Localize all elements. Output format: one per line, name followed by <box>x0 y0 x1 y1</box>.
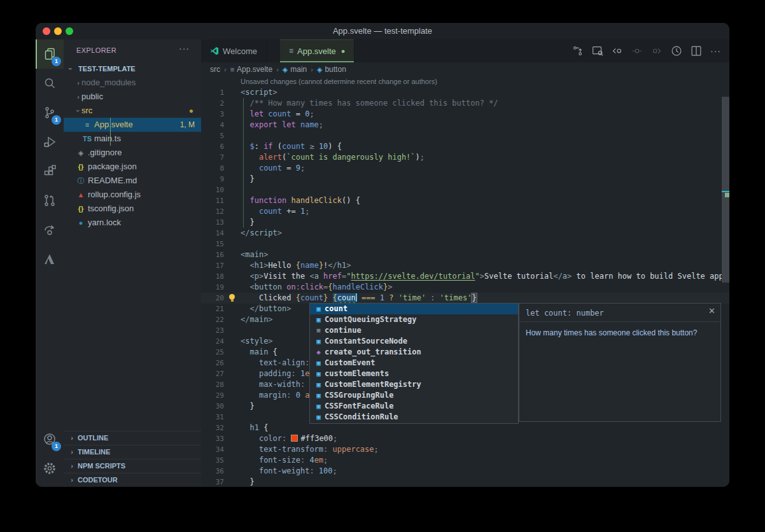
settings-gear-icon[interactable] <box>36 454 64 483</box>
editor-actions: ··· <box>568 39 726 62</box>
symbol-keyword-icon: ≡ <box>312 325 325 336</box>
tree-item-rollup-config-js[interactable]: ▲rollup.config.js <box>64 188 201 202</box>
suggest-documentation: How many times has someone clicked this … <box>519 322 720 344</box>
suggest-item-CSSFontFaceRule[interactable]: ▣CSSFontFaceRule <box>310 401 518 412</box>
code-line-33[interactable]: 33 color: #ff3e00; <box>201 433 729 444</box>
split-editor-icon[interactable] <box>686 43 706 59</box>
code-line-32[interactable]: 32 h1 { <box>201 423 729 433</box>
sidebar-more-actions-icon[interactable]: ··· <box>179 43 190 53</box>
tree-item-package-json[interactable]: {}package.json <box>64 160 201 174</box>
suggest-item-CSSGroupingRule[interactable]: ▣CSSGroupingRule <box>310 390 518 401</box>
tree-item--gitignore[interactable]: ◈.gitignore <box>64 146 201 160</box>
window-title: App.svelte — test-template <box>36 26 729 36</box>
code-line-34[interactable]: 34 text-transform: uppercase; <box>201 444 729 455</box>
code-line-17[interactable]: 17 <h1>Hello {name}!</h1> <box>201 260 729 271</box>
more-actions-icon[interactable]: ··· <box>706 43 726 59</box>
breadcrumb-main[interactable]: ◈main <box>283 65 307 74</box>
symbol-variable-icon: ▣ <box>312 336 325 347</box>
section-outline[interactable]: ›OUTLINE <box>64 431 201 445</box>
code-line-8[interactable]: 8 count = 9; <box>201 163 729 174</box>
gutter-next-icon[interactable] <box>647 43 666 59</box>
close-icon[interactable]: ✕ <box>708 306 715 316</box>
rollup-file-icon: ▲ <box>75 188 87 202</box>
code-line-2[interactable]: 2 /** How many times has someone clicked… <box>201 98 729 109</box>
account-icon[interactable]: 1 <box>36 424 64 454</box>
tree-item-yarn-lock[interactable]: ●yarn.lock <box>64 216 201 230</box>
suggest-item-count[interactable]: ▣count <box>310 304 518 314</box>
code-line-5[interactable]: 5 <box>201 130 729 141</box>
section-timeline[interactable]: ›TIMELINE <box>64 445 201 459</box>
suggest-item-ConstantSourceNode[interactable]: ▣ConstantSourceNode <box>310 336 518 347</box>
suggest-item-CustomElementRegistry[interactable]: ▣CustomElementRegistry <box>310 379 518 390</box>
source-control-icon[interactable]: 1 <box>36 98 64 127</box>
suggest-item-CSSConditionRule[interactable]: ▣CSSConditionRule <box>310 412 518 423</box>
symbol-variable-icon: ▣ <box>312 358 325 368</box>
code-line-36[interactable]: 36 font-weight: 100; <box>201 466 729 477</box>
code-line-19[interactable]: 19 <button on:click={handleClick}> <box>201 282 729 293</box>
commit-graph-icon[interactable] <box>568 43 587 59</box>
symbol-variable-icon: ▣ <box>312 412 325 423</box>
tree-item-tsconfig-json[interactable]: {}tsconfig.json <box>64 202 201 216</box>
explorer-sidebar: EXPLORER ··· › TEST-TEMPLATE ›node_modul… <box>64 39 202 487</box>
tree-item-app-svelte[interactable]: ≡App.svelte1, M <box>64 118 201 132</box>
tree-indent-guide <box>110 118 111 146</box>
code-line-10[interactable]: 10 <box>201 185 729 195</box>
suggest-item-CountQueuingStrategy[interactable]: ▣CountQueuingStrategy <box>310 314 518 325</box>
tree-item-node-modules[interactable]: ›node_modules <box>64 76 201 90</box>
suggest-label: customElements <box>325 368 389 379</box>
tree-item-readme-md[interactable]: ⓘREADME.md <box>64 174 201 188</box>
suggest-item-CustomEvent[interactable]: ▣CustomEvent <box>310 358 518 368</box>
code-line-1[interactable]: 1<script> <box>201 87 729 98</box>
previous-change-icon[interactable] <box>607 43 627 59</box>
tab-app-svelte[interactable]: ≡ App.svelte ● <box>280 39 354 62</box>
extensions-icon[interactable] <box>36 157 64 186</box>
gutter-previous-icon[interactable] <box>627 43 647 59</box>
color-swatch[interactable] <box>291 435 298 442</box>
code-editor[interactable]: Unsaved changes (cannot determine recent… <box>201 76 729 487</box>
project-root-row[interactable]: › TEST-TEMPLATE <box>64 62 201 76</box>
suggest-item-customElements[interactable]: ▣customElements <box>310 368 518 379</box>
yarn-file-icon: ● <box>75 216 87 230</box>
open-preview-icon[interactable] <box>587 43 607 59</box>
tree-item-public[interactable]: ›public <box>64 90 201 104</box>
code-line-11[interactable]: 11 function handleClick() { <box>201 195 729 206</box>
lightbulb-icon[interactable] <box>228 294 236 302</box>
breadcrumb-src[interactable]: src <box>210 65 220 74</box>
suggest-label: CountQueuingStrategy <box>325 314 417 325</box>
suggest-item-continue[interactable]: ≡continue <box>310 325 518 336</box>
breadcrumb-file[interactable]: ≡App.svelte <box>230 65 272 74</box>
run-debug-icon[interactable] <box>36 127 64 157</box>
code-line-6[interactable]: 6 $: if (count ≥ 10) { <box>201 141 729 152</box>
editor-scrollbar[interactable] <box>722 97 729 283</box>
code-line-37[interactable]: 37 } <box>201 477 729 487</box>
tree-item-label: rollup.config.js <box>88 190 141 199</box>
github-pr-icon[interactable] <box>36 186 64 215</box>
code-line-7[interactable]: 7 alert(`count is dangerously high!`); <box>201 152 729 163</box>
code-line-15[interactable]: 15 <box>201 239 729 249</box>
code-line-9[interactable]: 9 } <box>201 174 729 185</box>
explorer-icon[interactable]: 1 <box>36 39 64 69</box>
tab-welcome[interactable]: Welcome <box>201 39 267 62</box>
code-line-13[interactable]: 13 } <box>201 217 729 228</box>
code-line-4[interactable]: 4 export let name; <box>201 120 729 130</box>
code-line-16[interactable]: 16<main> <box>201 249 729 260</box>
code-line-14[interactable]: 14</script> <box>201 228 729 239</box>
screenshot-stage: App.svelte — test-template 1 1 <box>0 0 765 532</box>
symbol-variable-icon: ▣ <box>312 379 325 390</box>
tree-item-main-ts[interactable]: TSmain.ts <box>64 132 201 146</box>
liveshare-icon[interactable] <box>36 215 64 244</box>
code-line-18[interactable]: 18 <p>Visit the <a href="https://svelte.… <box>201 271 729 282</box>
intellisense-suggest-widget: ▣count▣CountQueuingStrategy≡continue▣Con… <box>309 303 519 424</box>
section-npm-scripts[interactable]: ›NPM SCRIPTS <box>64 459 201 473</box>
search-icon[interactable] <box>36 69 64 98</box>
suggest-item-create_out_transition[interactable]: ◈create_out_transition <box>310 347 518 358</box>
timeline-clock-icon[interactable] <box>666 43 686 59</box>
code-line-12[interactable]: 12 count += 1; <box>201 206 729 217</box>
azure-icon[interactable] <box>36 244 64 274</box>
section-codetour[interactable]: ›CODETOUR <box>64 473 201 487</box>
code-line-20[interactable]: 20 Clicked {count} {coun === 1 ? 'time' … <box>201 293 729 304</box>
breadcrumb-button[interactable]: ◈button <box>317 65 346 74</box>
code-line-35[interactable]: 35 font-size: 4em; <box>201 455 729 466</box>
tree-item-src[interactable]: ›src● <box>64 104 201 118</box>
code-line-3[interactable]: 3 let count = 0; <box>201 109 729 120</box>
